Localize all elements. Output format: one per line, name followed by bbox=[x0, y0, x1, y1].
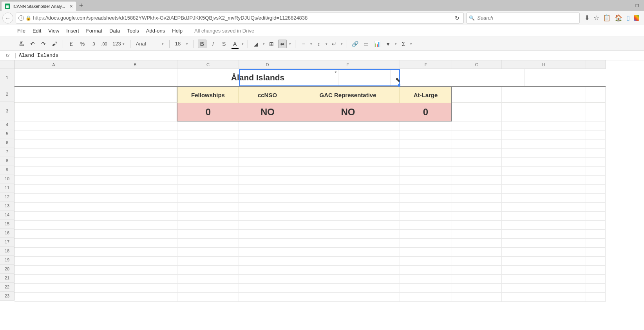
cell[interactable] bbox=[14, 167, 93, 176]
cell[interactable] bbox=[93, 121, 177, 131]
cell[interactable] bbox=[177, 167, 239, 176]
cell[interactable] bbox=[177, 176, 239, 185]
chart-icon[interactable]: 📊 bbox=[373, 40, 382, 48]
cell[interactable] bbox=[400, 230, 452, 239]
cell[interactable] bbox=[239, 121, 296, 131]
cell[interactable] bbox=[296, 140, 400, 149]
row-header[interactable]: 10 bbox=[0, 174, 14, 183]
cell[interactable] bbox=[14, 257, 93, 266]
col-header-h[interactable]: H bbox=[502, 60, 586, 69]
cell[interactable] bbox=[177, 284, 239, 293]
cell[interactable] bbox=[239, 257, 296, 266]
wrap-button[interactable]: ↵ bbox=[330, 40, 338, 48]
cell[interactable] bbox=[502, 275, 586, 284]
cell[interactable] bbox=[296, 194, 400, 203]
cell[interactable] bbox=[14, 185, 93, 194]
cell[interactable] bbox=[296, 203, 400, 212]
cell[interactable] bbox=[452, 230, 502, 239]
cell[interactable] bbox=[586, 275, 606, 284]
reload-icon[interactable]: ↻ bbox=[453, 15, 461, 21]
cell[interactable] bbox=[586, 212, 606, 221]
cell[interactable] bbox=[93, 257, 177, 266]
url-bar[interactable]: i 🔒 https://docs.google.com/spreadsheets… bbox=[16, 13, 464, 24]
cell[interactable] bbox=[296, 158, 400, 167]
cell[interactable] bbox=[400, 293, 452, 302]
header-ccnso[interactable]: ccNSO bbox=[239, 87, 296, 103]
cell[interactable] bbox=[93, 221, 177, 230]
cell[interactable] bbox=[400, 185, 452, 194]
cell[interactable] bbox=[586, 239, 606, 248]
row-header[interactable]: 12 bbox=[0, 192, 14, 201]
cell[interactable] bbox=[502, 87, 586, 103]
cell[interactable] bbox=[14, 149, 93, 158]
cell[interactable] bbox=[177, 131, 239, 140]
undo-icon[interactable]: ↶ bbox=[28, 40, 37, 48]
menu-help[interactable]: Help bbox=[172, 28, 183, 34]
col-header-i[interactable] bbox=[586, 60, 606, 69]
cell[interactable] bbox=[452, 103, 502, 121]
cell[interactable] bbox=[452, 167, 502, 176]
header-fellowships[interactable]: Fellowships bbox=[177, 87, 239, 103]
cell[interactable] bbox=[93, 103, 177, 121]
cell[interactable] bbox=[400, 176, 452, 185]
cell[interactable] bbox=[93, 239, 177, 248]
cell[interactable] bbox=[586, 121, 606, 131]
menu-view[interactable]: View bbox=[48, 28, 59, 34]
menu-addons[interactable]: Add-ons bbox=[146, 28, 165, 34]
home-icon[interactable]: 🏠 bbox=[615, 14, 622, 22]
cell[interactable] bbox=[14, 140, 93, 149]
cell[interactable] bbox=[502, 140, 586, 149]
cell[interactable] bbox=[296, 221, 400, 230]
cell[interactable] bbox=[239, 266, 296, 275]
cell[interactable] bbox=[452, 158, 502, 167]
cell[interactable] bbox=[177, 185, 239, 194]
cell[interactable] bbox=[239, 149, 296, 158]
cell[interactable] bbox=[177, 212, 239, 221]
value-ccnso[interactable]: NO bbox=[239, 103, 296, 121]
paint-format-icon[interactable]: 🖌 bbox=[50, 40, 59, 48]
cell[interactable] bbox=[452, 121, 502, 131]
cell[interactable] bbox=[177, 140, 239, 149]
cell[interactable] bbox=[14, 121, 93, 131]
cell[interactable] bbox=[93, 69, 177, 86]
info-icon[interactable]: i bbox=[18, 15, 24, 21]
cell[interactable] bbox=[502, 284, 586, 293]
col-header-d[interactable]: D bbox=[239, 60, 296, 69]
search-input[interactable] bbox=[477, 15, 577, 21]
cell[interactable] bbox=[239, 203, 296, 212]
cell[interactable] bbox=[177, 158, 239, 167]
cell[interactable] bbox=[452, 257, 502, 266]
cell[interactable] bbox=[440, 69, 525, 86]
cell[interactable] bbox=[239, 158, 296, 167]
cell[interactable] bbox=[239, 221, 296, 230]
menu-tools[interactable]: Tools bbox=[127, 28, 139, 34]
cell[interactable] bbox=[338, 69, 391, 86]
cell[interactable] bbox=[586, 293, 606, 302]
cell[interactable] bbox=[296, 239, 400, 248]
cell[interactable] bbox=[502, 248, 586, 257]
italic-button[interactable]: I bbox=[209, 40, 217, 48]
cell[interactable] bbox=[452, 203, 502, 212]
download-icon[interactable]: ⬇ bbox=[584, 14, 590, 22]
cell[interactable] bbox=[93, 284, 177, 293]
cell[interactable] bbox=[586, 131, 606, 140]
cell[interactable] bbox=[400, 248, 452, 257]
title-cell[interactable]: Åland Islands ▼ bbox=[177, 69, 338, 86]
cell[interactable] bbox=[177, 121, 239, 131]
row-header[interactable]: 21 bbox=[0, 274, 14, 283]
cell[interactable] bbox=[239, 293, 296, 302]
cell[interactable] bbox=[452, 275, 502, 284]
cell[interactable] bbox=[177, 248, 239, 257]
cell[interactable] bbox=[400, 140, 452, 149]
spreadsheet-grid[interactable]: Åland Islands ▼ Fellowships ccNSO GAC Re… bbox=[14, 69, 606, 330]
cell[interactable] bbox=[93, 185, 177, 194]
cell[interactable] bbox=[93, 230, 177, 239]
cell[interactable] bbox=[14, 131, 93, 140]
cell[interactable] bbox=[14, 176, 93, 185]
close-tab-icon[interactable]: × bbox=[70, 3, 73, 9]
cell[interactable] bbox=[14, 284, 93, 293]
menu-file[interactable]: File bbox=[17, 28, 25, 34]
header-atlarge[interactable]: At-Large bbox=[400, 87, 452, 103]
row-header[interactable]: 4 bbox=[0, 120, 14, 129]
font-select[interactable]: Arial▾ bbox=[134, 41, 165, 47]
